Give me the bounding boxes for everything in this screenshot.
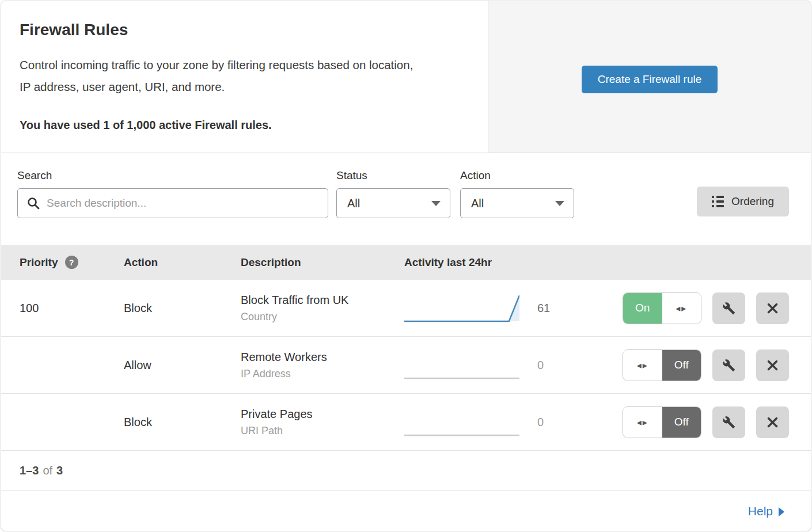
rule-description: Remote Workers IP Address: [241, 351, 404, 380]
edit-rule-button[interactable]: [712, 292, 745, 324]
delete-rule-button[interactable]: [756, 406, 789, 438]
rule-match-type: Country: [241, 311, 404, 323]
close-icon: [767, 302, 779, 314]
chevron-down-icon: [555, 201, 564, 206]
column-header-activity: Activity last 24hr: [404, 256, 528, 269]
pagination-summary: 1–3 of 3: [1, 451, 811, 491]
page-description: Control incoming traffic to your zone by…: [20, 54, 423, 98]
delete-rule-button[interactable]: [756, 349, 789, 381]
header-section: Firewall Rules Control incoming traffic …: [1, 1, 811, 153]
enable-toggle[interactable]: On ◂▸: [623, 292, 701, 324]
action-select[interactable]: All: [460, 188, 574, 218]
rule-description: Private Pages URI Path: [241, 408, 404, 437]
status-filter: Status All: [336, 169, 450, 218]
search-icon: [26, 196, 40, 210]
toggle-state-label: Off: [662, 350, 701, 381]
list-icon: [712, 196, 724, 207]
pagination-range: 1–3: [20, 464, 39, 477]
search-filter: Search: [17, 169, 328, 218]
pagination-total: 3: [56, 464, 63, 477]
toggle-state-label: On: [623, 293, 662, 324]
table-row: Block Private Pages URI Path 0 Off ◂▸: [1, 394, 811, 451]
filter-bar: Search Status All Action All: [1, 153, 811, 245]
row-actions: On ◂▸: [580, 292, 789, 324]
help-link[interactable]: Help: [748, 504, 784, 518]
activity-sparkline: [404, 348, 528, 382]
activity-count: 61: [528, 302, 580, 315]
row-actions: Off ◂▸: [580, 406, 789, 438]
arrow-right-icon: [779, 507, 784, 516]
enable-toggle[interactable]: Off ◂▸: [623, 349, 701, 381]
pagination-of-label: of: [43, 464, 52, 477]
header-text-block: Firewall Rules Control incoming traffic …: [1, 1, 488, 153]
help-footer: Help: [1, 491, 811, 531]
rule-description: Block Traffic from UK Country: [241, 294, 404, 323]
page-title: Firewall Rules: [20, 21, 453, 39]
close-icon: [767, 359, 779, 371]
activity-count: 0: [528, 416, 580, 429]
action-value: Allow: [124, 359, 241, 372]
usage-note: You have used 1 of 1,000 active Firewall…: [20, 119, 453, 132]
rule-name: Block Traffic from UK: [241, 294, 404, 307]
action-select-value: All: [471, 197, 484, 210]
chevron-down-icon: [431, 201, 441, 206]
delete-rule-button[interactable]: [756, 292, 789, 324]
toggle-handle-icon: ◂▸: [662, 293, 701, 324]
search-input[interactable]: [17, 188, 328, 218]
edit-rule-button[interactable]: [712, 406, 745, 438]
row-actions: Off ◂▸: [580, 349, 789, 381]
search-input-wrap: [17, 188, 328, 218]
wrench-icon: [722, 416, 735, 429]
toggle-handle-icon: ◂▸: [623, 407, 662, 438]
priority-value: 100: [20, 302, 124, 315]
toggle-handle-icon: ◂▸: [623, 350, 662, 381]
status-label: Status: [336, 169, 450, 182]
rule-match-type: URI Path: [241, 425, 404, 437]
column-header-priority: Priority ?: [20, 256, 124, 269]
table-row: Allow Remote Workers IP Address 0 Off ◂▸: [1, 337, 811, 394]
enable-toggle[interactable]: Off ◂▸: [623, 406, 701, 438]
toggle-state-label: Off: [662, 407, 701, 438]
status-select[interactable]: All: [336, 188, 450, 218]
create-firewall-rule-button[interactable]: Create a Firewall rule: [582, 66, 718, 93]
help-link-label: Help: [748, 504, 773, 518]
rule-name: Remote Workers: [241, 351, 404, 364]
header-action-panel: Create a Firewall rule: [488, 1, 811, 153]
wrench-icon: [722, 302, 735, 315]
firewall-rules-panel: Firewall Rules Control incoming traffic …: [1, 1, 811, 531]
activity-count: 0: [528, 359, 580, 372]
column-header-description: Description: [241, 256, 404, 269]
close-icon: [767, 416, 779, 428]
rule-match-type: IP Address: [241, 368, 404, 380]
priority-header-label: Priority: [20, 256, 58, 269]
rule-name: Private Pages: [241, 408, 404, 421]
action-value: Block: [124, 302, 241, 315]
status-select-value: All: [347, 197, 360, 210]
ordering-button-label: Ordering: [731, 195, 774, 208]
activity-sparkline: [404, 291, 528, 325]
help-question-icon[interactable]: ?: [65, 256, 78, 269]
action-label: Action: [460, 169, 574, 182]
search-label: Search: [17, 169, 328, 182]
wrench-icon: [722, 359, 735, 372]
column-header-action: Action: [124, 256, 241, 269]
table-row: 100 Block Block Traffic from UK Country …: [1, 280, 811, 337]
table-header: Priority ? Action Description Activity l…: [1, 245, 811, 280]
action-value: Block: [124, 416, 241, 429]
ordering-button[interactable]: Ordering: [697, 187, 789, 216]
action-filter: Action All: [460, 169, 574, 218]
edit-rule-button[interactable]: [712, 349, 745, 381]
activity-sparkline: [404, 405, 528, 439]
